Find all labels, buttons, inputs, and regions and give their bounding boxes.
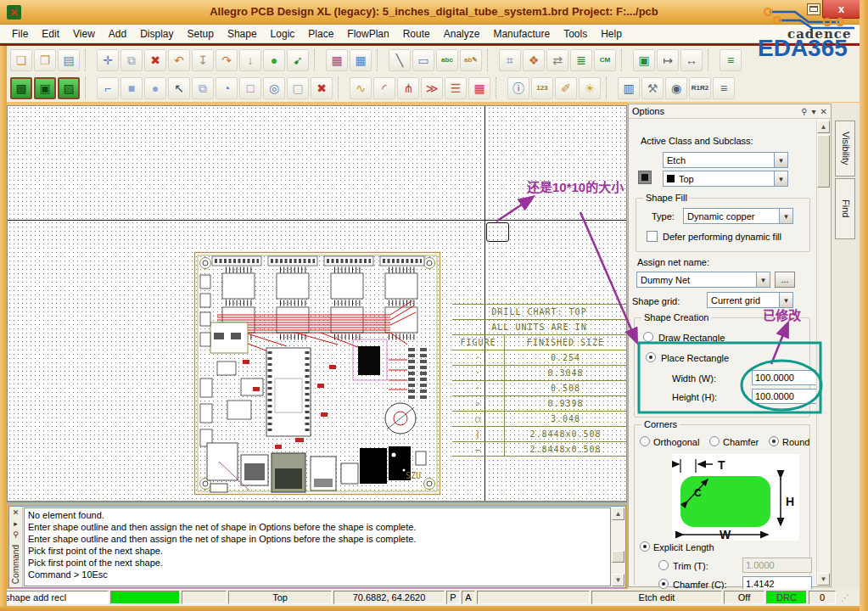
fix-tool-icon[interactable]: ⚒ [641, 77, 664, 99]
chevron-down-icon[interactable]: ▾ [756, 272, 770, 287]
scroll-up-icon[interactable]: ▲ [612, 507, 624, 520]
align-icon[interactable]: ☰ [445, 77, 467, 99]
descend-icon[interactable]: ↓ [239, 49, 261, 71]
subclass-dropdown[interactable]: Top ▾ [663, 171, 788, 187]
swap-icon[interactable]: ⇄ [546, 49, 568, 71]
title-bar[interactable]: ✕ Allegro PCB Design XL (legacy): 5_inch… [0, 0, 868, 25]
design-canvas[interactable]: 还是10*10的大小 [7, 105, 627, 502]
menu-manufacture[interactable]: Manufacture [486, 25, 557, 42]
net-dropdown[interactable]: Dummy Net ▾ [636, 272, 770, 288]
menu-tools[interactable]: Tools [557, 25, 594, 42]
chevron-down-icon[interactable]: ▾ [779, 209, 792, 223]
place-rectangle-radio[interactable] [646, 352, 656, 362]
menu-place[interactable]: Place [301, 25, 340, 42]
undo-icon[interactable]: ↶ [168, 49, 190, 71]
pads-icon[interactable]: ▣ [34, 77, 56, 99]
save-icon[interactable]: ▤ [58, 49, 80, 71]
p-button[interactable]: P [446, 591, 460, 604]
arc-shape-icon[interactable]: ◔ [216, 77, 238, 99]
notes-icon[interactable]: ≡ [713, 77, 735, 99]
round-radio[interactable] [769, 436, 779, 446]
defer-fill-checkbox[interactable] [647, 231, 658, 242]
new-file-icon[interactable]: ❏ [10, 49, 32, 71]
vertex-icon[interactable]: ∿ [350, 77, 372, 99]
select-shape-icon[interactable]: ↖ [168, 77, 190, 99]
route-vision-icon[interactable]: ▨ [58, 77, 80, 99]
highlight-icon[interactable]: ☀ [579, 77, 601, 99]
options-panel-header[interactable]: Options ⚲ ▾ ✕ [629, 104, 831, 119]
console-scrollbar[interactable]: ▲ ▼ [612, 507, 625, 587]
define-grid-icon[interactable]: ⌗ [499, 49, 521, 71]
report-icon[interactable]: ≡ [720, 49, 742, 71]
explicit-length-radio[interactable] [640, 541, 650, 552]
copy-icon[interactable]: ⧉ [120, 49, 143, 71]
rect-outline-icon[interactable]: □ [239, 77, 261, 99]
menu-edit[interactable]: Edit [35, 25, 66, 42]
circle-fill-icon[interactable]: ● [144, 77, 166, 99]
snapshot-icon[interactable]: ◉ [665, 77, 687, 99]
spread-pins-icon[interactable]: ⋔ [397, 77, 419, 99]
menu-display[interactable]: Display [133, 25, 180, 42]
class-dropdown[interactable]: Etch ▾ [663, 152, 788, 168]
edit-text-icon[interactable]: ab✎ [460, 49, 482, 71]
panel-scrollbar[interactable]: ▲ ▼ [816, 121, 830, 586]
delete-icon[interactable]: ✖ [144, 49, 166, 71]
trim-radio[interactable] [658, 560, 669, 570]
menu-logic[interactable]: Logic [264, 25, 302, 42]
console-scroll-thumb[interactable] [612, 551, 624, 563]
chamfer-radio[interactable] [709, 436, 720, 446]
menu-flowplan[interactable]: FlowPlan [340, 25, 395, 42]
film-icon[interactable]: ▣ [633, 49, 655, 71]
fillet-icon[interactable]: ◜ [373, 77, 395, 99]
pin-icon[interactable]: ➹ [287, 49, 309, 71]
gap-measure-icon[interactable]: ↦ [657, 49, 679, 71]
rect-fill-icon[interactable]: ■ [120, 77, 143, 99]
open-folder-icon[interactable]: ❐ [34, 49, 56, 71]
menu-view[interactable]: View [66, 25, 102, 42]
draw-rectangle-radio[interactable] [643, 332, 653, 342]
menu-file[interactable]: File [5, 25, 35, 42]
pin-console-icon[interactable]: ⚲ [13, 530, 19, 539]
tab-find[interactable]: Find [835, 178, 855, 239]
artwork-icon[interactable]: ▩ [10, 77, 32, 99]
width-input[interactable] [752, 370, 818, 385]
panel-menu-icon[interactable]: ▾ [812, 107, 816, 116]
add-line-icon[interactable]: ╲ [389, 49, 411, 71]
scroll-down-icon[interactable]: ▼ [612, 574, 624, 586]
menu-setup[interactable]: Setup [181, 25, 221, 42]
shove-icon[interactable]: ● [263, 49, 285, 71]
close-console-icon[interactable]: ✕ [13, 508, 20, 517]
scroll-down-icon[interactable]: ▼ [817, 573, 830, 586]
pour-down-icon[interactable]: ↧ [192, 49, 214, 71]
tab-visibility[interactable]: Visibility [835, 121, 855, 177]
grid-points-icon[interactable]: ▦ [326, 49, 348, 71]
menu-route[interactable]: Route [396, 25, 437, 42]
scroll-up-icon[interactable]: ▲ [817, 121, 830, 133]
chamfer-c-radio[interactable] [658, 579, 669, 589]
height-input[interactable] [752, 389, 818, 404]
add-text-icon[interactable]: abc [436, 49, 458, 71]
cross-section-icon[interactable]: CM [594, 49, 616, 71]
xsection-view-icon[interactable]: ▥ [618, 77, 640, 99]
orthogonal-radio[interactable] [640, 436, 650, 446]
net-browse-button[interactable]: ... [775, 272, 795, 288]
delete-shape-icon[interactable]: ✖ [311, 77, 333, 99]
menu-add[interactable]: Add [102, 25, 133, 42]
void-shape-icon[interactable]: ▢ [287, 77, 309, 99]
a-button[interactable]: A [462, 591, 475, 604]
layer-color-swatch[interactable] [638, 171, 652, 184]
menu-help[interactable]: Help [594, 25, 629, 42]
info-icon[interactable]: ⓘ [507, 77, 529, 99]
add-rect-icon[interactable]: ▭ [412, 49, 434, 71]
measure-icon[interactable]: 123 [531, 77, 553, 99]
grid-lines-icon[interactable]: ▦ [350, 49, 372, 71]
span-measure-icon[interactable]: ↔ [680, 49, 703, 71]
redo-icon[interactable]: ↷ [216, 49, 238, 71]
copy-shape-icon[interactable]: ⧉ [192, 77, 214, 99]
resize-grip[interactable]: ⋰ [837, 591, 853, 604]
expand-console-icon[interactable]: ▸ [14, 519, 18, 528]
menu-analyze[interactable]: Analyze [437, 25, 487, 42]
layers-icon[interactable]: ≣ [570, 49, 592, 71]
fanout-icon[interactable]: ≫ [421, 77, 443, 99]
polygon-shape-icon[interactable]: ⌐ [97, 77, 119, 99]
